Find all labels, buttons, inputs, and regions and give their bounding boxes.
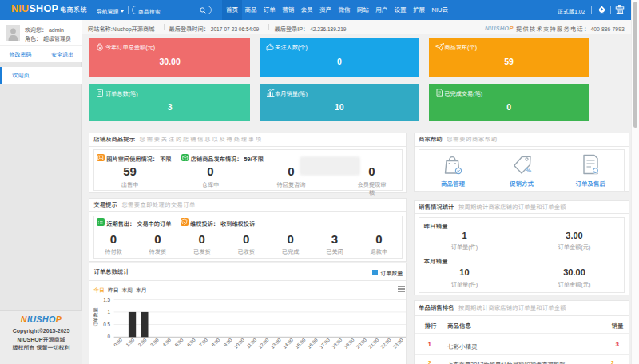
svg-text:23:00: 23:00 xyxy=(391,337,404,350)
svg-text:6:00: 6:00 xyxy=(185,337,196,348)
svg-text:19:00: 19:00 xyxy=(343,337,355,350)
svg-text:12:00: 12:00 xyxy=(257,337,270,350)
svg-text:0: 0 xyxy=(107,334,110,339)
svg-text:21:00: 21:00 xyxy=(367,337,379,350)
svg-text:7:00: 7:00 xyxy=(198,337,209,348)
svg-text:1: 1 xyxy=(107,309,110,315)
svg-text:17:00: 17:00 xyxy=(318,337,331,350)
svg-text:%: % xyxy=(526,167,531,174)
svg-text:16:00: 16:00 xyxy=(306,337,319,350)
svg-text:1.5: 1.5 xyxy=(103,297,110,303)
svg-text:10:00: 10:00 xyxy=(232,337,245,350)
svg-text:8:00: 8:00 xyxy=(210,337,221,348)
svg-text:0.5: 0.5 xyxy=(103,322,110,327)
svg-text:22:00: 22:00 xyxy=(379,337,392,350)
svg-text:20:00: 20:00 xyxy=(355,337,367,350)
svg-text:11:00: 11:00 xyxy=(245,337,258,350)
svg-text:1:00: 1:00 xyxy=(125,337,136,348)
svg-text:9:00: 9:00 xyxy=(222,337,233,348)
svg-text:订单数量: 订单数量 xyxy=(93,308,98,327)
svg-text:4:00: 4:00 xyxy=(161,337,173,348)
svg-text:3:00: 3:00 xyxy=(149,337,160,348)
svg-text:0:00: 0:00 xyxy=(112,337,123,348)
svg-text:13:00: 13:00 xyxy=(269,337,282,350)
svg-text:2:00: 2:00 xyxy=(137,337,148,348)
svg-text:14:00: 14:00 xyxy=(281,337,294,350)
svg-text:5:00: 5:00 xyxy=(173,337,185,348)
svg-text:15:00: 15:00 xyxy=(294,337,307,350)
svg-text:18:00: 18:00 xyxy=(330,337,343,350)
